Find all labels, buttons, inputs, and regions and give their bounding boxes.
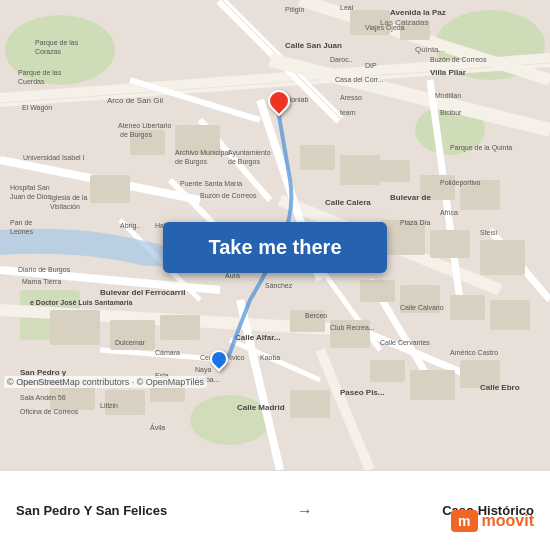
svg-text:Puente Santa María: Puente Santa María [180,180,242,187]
svg-text:Buzón de Correos: Buzón de Correos [430,56,487,63]
moovit-wordmark: moovit [482,512,534,530]
svg-text:Ávila: Ávila [150,423,165,431]
svg-text:Pitigín: Pitigín [285,6,305,14]
svg-text:Bicibur: Bicibur [440,109,462,116]
svg-text:Buzón de Correos: Buzón de Correos [200,192,257,199]
svg-text:Pan de: Pan de [10,219,32,226]
svg-text:Arco de San Gil: Arco de San Gil [107,96,163,105]
svg-rect-35 [300,145,335,170]
svg-text:Polideportivo: Polideportivo [440,179,481,187]
svg-rect-53 [410,370,455,400]
svg-rect-34 [90,175,130,203]
origin-pin [210,350,228,368]
origin-label: San Pedro Y San Felices [16,503,167,518]
svg-text:Sánchez: Sánchez [265,282,293,289]
svg-text:Leal: Leal [340,4,354,11]
svg-text:Naya: Naya [195,366,211,374]
svg-text:Quinta...: Quinta... [415,45,445,54]
svg-rect-46 [490,300,530,330]
svg-text:Modillan: Modillan [435,92,461,99]
svg-text:Ateneo Libertario: Ateneo Libertario [118,122,171,129]
svg-text:Calle Alfar...: Calle Alfar... [235,333,281,342]
svg-text:Steisi: Steisi [480,229,498,236]
svg-text:Africa: Africa [440,209,458,216]
svg-text:Bulevar de: Bulevar de [390,193,431,202]
origin-location: San Pedro Y San Felices [16,503,167,518]
svg-text:Paseo Pis...: Paseo Pis... [340,388,384,397]
svg-text:Universidad Isabel I: Universidad Isabel I [23,154,85,161]
svg-rect-42 [480,240,525,275]
svg-text:Visitación: Visitación [50,203,80,210]
svg-text:Hospital San: Hospital San [10,184,50,192]
svg-text:Corazas: Corazas [35,48,62,55]
svg-text:Calle Madrid: Calle Madrid [237,403,285,412]
svg-rect-37 [380,160,410,182]
svg-rect-58 [290,390,330,418]
svg-text:Juan de Dios: Juan de Dios [10,193,51,200]
osm-attribution: © OpenStreetMap contributors · © OpenMap… [4,376,207,388]
take-me-there-button[interactable]: Take me there [163,222,387,273]
svg-text:Kaoba: Kaoba [260,354,280,361]
svg-rect-47 [50,310,100,345]
route-arrow: → [297,502,313,520]
svg-rect-41 [430,230,470,258]
svg-text:El Wagón: El Wagón [22,104,52,112]
destination-pin [268,90,290,112]
svg-text:Calle Calera: Calle Calera [325,198,371,207]
bottom-bar: San Pedro Y San Felices → Caso Histórico… [0,470,550,550]
svg-rect-49 [160,315,200,340]
svg-text:Calle Calvario: Calle Calvario [400,304,444,311]
svg-rect-45 [450,295,485,320]
moovit-m-icon: m [451,510,477,532]
svg-text:Diario de Burgos: Diario de Burgos [18,266,71,274]
svg-text:Viajes Ojeda: Viajes Ojeda [365,24,405,32]
svg-text:Sala Andén 56: Sala Andén 56 [20,394,66,401]
svg-text:Iglesia de la: Iglesia de la [50,194,87,202]
svg-text:Aura: Aura [225,272,240,279]
svg-text:Oficina de Correos: Oficina de Correos [20,408,79,415]
svg-rect-36 [340,155,380,185]
svg-text:Daroc..: Daroc.. [330,56,353,63]
svg-text:de Burgos: de Burgos [228,158,260,166]
svg-text:Cámara: Cámara [155,349,180,356]
svg-text:Calle Ebro: Calle Ebro [480,383,520,392]
svg-text:Bulevar del Ferrocarril: Bulevar del Ferrocarril [100,288,185,297]
svg-text:de Burgos: de Burgos [120,131,152,139]
svg-text:Archivo Municipal: Archivo Municipal [175,149,230,157]
svg-text:team: team [340,109,356,116]
svg-text:Litlzin: Litlzin [100,402,118,409]
svg-text:Ayuntamiento: Ayuntamiento [228,149,271,157]
svg-text:Plaza Día: Plaza Día [400,219,430,226]
svg-text:Calle San Juan: Calle San Juan [285,41,342,50]
svg-text:DIP: DIP [365,62,377,69]
svg-text:e Doctor José Luis Santamaría: e Doctor José Luis Santamaría [30,299,132,306]
moovit-logo: m moovit [451,510,534,532]
svg-text:Dulcemar: Dulcemar [115,339,146,346]
svg-text:Abrig..: Abrig.. [120,222,140,230]
svg-rect-52 [370,360,405,382]
svg-text:Club Recrea...: Club Recrea... [330,324,375,331]
svg-text:Leones: Leones [10,228,33,235]
svg-rect-43 [360,280,395,302]
svg-text:Avenida la Paz: Avenida la Paz [390,8,446,17]
svg-text:Casa del Corr...: Casa del Corr... [335,76,384,83]
svg-text:Berceo: Berceo [305,312,327,319]
map-container: Las Calzadas Quinta... Villa Pilar Parqu… [0,0,550,470]
svg-text:Parque de la Quinta: Parque de la Quinta [450,144,512,152]
svg-text:Calle Cervantes: Calle Cervantes [380,339,430,346]
svg-text:Parque de las: Parque de las [35,39,79,47]
svg-text:Mama Tierra: Mama Tierra [22,278,61,285]
svg-text:de Burgos: de Burgos [175,158,207,166]
svg-text:Aresso: Aresso [340,94,362,101]
svg-text:Villa Pilar: Villa Pilar [430,68,466,77]
svg-text:Parque de las: Parque de las [18,69,62,77]
svg-text:Américo Castro: Américo Castro [450,349,498,356]
svg-text:Cuerdas: Cuerdas [18,78,45,85]
